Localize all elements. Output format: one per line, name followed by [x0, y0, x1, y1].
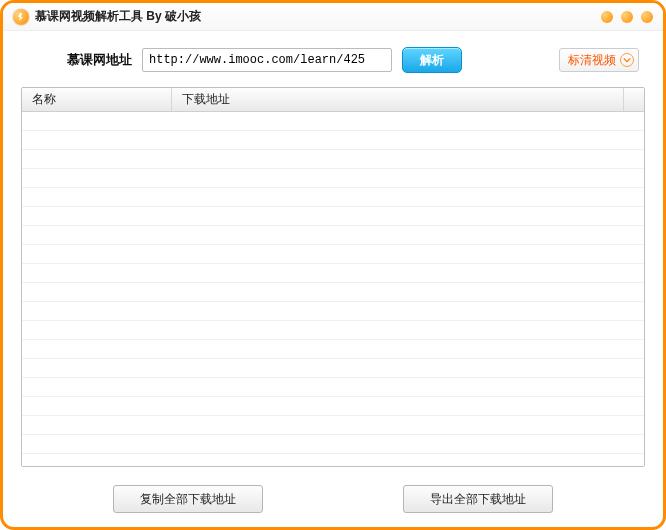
table-row	[22, 264, 644, 283]
results-grid: 名称 下载地址	[21, 87, 645, 467]
table-row	[22, 207, 644, 226]
table-row	[22, 150, 644, 169]
grid-body[interactable]	[22, 112, 644, 466]
table-row	[22, 416, 644, 435]
maximize-button[interactable]	[621, 11, 633, 23]
table-row	[22, 188, 644, 207]
minimize-button[interactable]	[601, 11, 613, 23]
table-row	[22, 226, 644, 245]
table-row	[22, 359, 644, 378]
column-header-url[interactable]: 下载地址	[172, 88, 624, 111]
table-row	[22, 169, 644, 188]
close-button[interactable]	[641, 11, 653, 23]
window-controls	[601, 11, 653, 23]
table-row	[22, 340, 644, 359]
bottom-toolbar: 复制全部下载地址 导出全部下载地址	[3, 467, 663, 523]
export-all-button[interactable]: 导出全部下载地址	[403, 485, 553, 513]
url-input[interactable]	[142, 48, 392, 72]
quality-select[interactable]: 标清视频	[559, 48, 639, 72]
table-row	[22, 302, 644, 321]
window-title: 慕课网视频解析工具 By 破小孩	[35, 8, 201, 25]
column-header-name[interactable]: 名称	[22, 88, 172, 111]
copy-all-button[interactable]: 复制全部下载地址	[113, 485, 263, 513]
toolbar: 慕课网地址 解析 标清视频	[3, 31, 663, 87]
table-row	[22, 397, 644, 416]
url-label: 慕课网地址	[67, 51, 132, 69]
table-row	[22, 321, 644, 340]
table-row	[22, 283, 644, 302]
table-row	[22, 131, 644, 150]
table-row	[22, 454, 644, 466]
titlebar: 慕课网视频解析工具 By 破小孩	[3, 3, 663, 31]
table-row	[22, 435, 644, 454]
column-header-scroll-gap	[624, 88, 644, 111]
table-row	[22, 378, 644, 397]
grid-header: 名称 下载地址	[22, 88, 644, 112]
app-icon	[13, 9, 29, 25]
table-row	[22, 245, 644, 264]
quality-label: 标清视频	[568, 52, 616, 69]
app-window: 慕课网视频解析工具 By 破小孩 慕课网地址 解析 标清视频 名称 下载地址 复…	[0, 0, 666, 530]
parse-button[interactable]: 解析	[402, 47, 462, 73]
table-row	[22, 112, 644, 131]
chevron-down-icon	[620, 53, 634, 67]
